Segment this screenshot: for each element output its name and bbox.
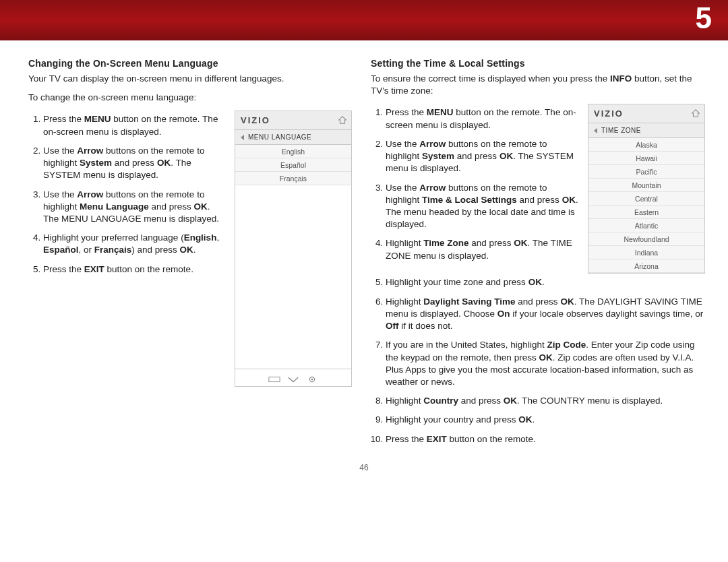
tv-menu-row: Arizona (588, 259, 704, 273)
tv-menu-row: Newfoundland (588, 232, 704, 246)
tv-menu-footer (235, 369, 351, 386)
tv-menu-row: Eastern (588, 206, 704, 219)
list-item: Press the EXIT button on the remote. (43, 263, 225, 276)
left-intro-2: To change the on-screen menu language: (28, 92, 352, 104)
tv-menu-row: Mountain (588, 179, 704, 192)
chevron-down-icon (287, 374, 299, 382)
list-item: Highlight your time zone and press OK. (386, 276, 705, 288)
svg-rect-0 (269, 377, 280, 381)
back-arrow-icon (594, 128, 597, 133)
tv-menu-language: VIZIO MENU LANGUAGE English Español Fran… (235, 111, 352, 387)
list-item: Highlight Daylight Saving Time and press… (386, 296, 705, 333)
list-item: Highlight Country and press OK. The COUN… (386, 395, 705, 407)
list-item: Press the EXIT button on the remote. (386, 433, 705, 445)
left-heading: Changing the On-Screen Menu Language (28, 58, 352, 69)
home-icon (691, 108, 700, 118)
tv-menu-timezone: VIZIO TIME ZONE Alaska Hawaii Pacific Mo… (588, 104, 705, 274)
list-item: Use the Arrow buttons on the remote to h… (43, 145, 225, 182)
right-column: Setting the Time & Local Settings To ens… (371, 58, 705, 452)
list-item: Highlight your preferred language (Engli… (43, 232, 225, 256)
tv-menu-row: Indiana (588, 246, 704, 259)
tv-menu-header: VIZIO (588, 104, 704, 123)
vizio-logo: VIZIO (594, 108, 624, 119)
tv-menu-row: Hawaii (588, 152, 704, 165)
list-item: Press the MENU button on the remote. The… (386, 106, 578, 131)
tv-menu-row: Pacific (588, 165, 704, 179)
tv-menu-subheader: TIME ZONE (588, 123, 704, 138)
tv-menu-row: English (235, 145, 351, 158)
tv-menu-header: VIZIO (235, 111, 351, 130)
tv-menu-row: Español (235, 158, 351, 172)
left-steps: Press the MENU button on the remote. The… (28, 113, 225, 275)
tv-menu-subheader: MENU LANGUAGE (235, 130, 351, 145)
list-item: Use the Arrow buttons on the remote to h… (386, 182, 578, 231)
left-column: Changing the On-Screen Menu Language You… (28, 58, 352, 452)
right-steps-bottom: Highlight your time zone and press OK. H… (371, 276, 705, 445)
list-item: Press the MENU button on the remote. The… (43, 113, 225, 137)
gear-icon (306, 374, 318, 382)
list-item: Use the Arrow buttons on the remote to h… (43, 189, 225, 226)
list-item: Use the Arrow buttons on the remote to h… (386, 138, 578, 175)
chapter-number: 5 (696, 1, 712, 35)
right-heading: Setting the Time & Local Settings (371, 58, 705, 69)
right-steps-top: Press the MENU button on the remote. The… (371, 106, 578, 261)
svg-point-2 (311, 379, 313, 381)
back-arrow-icon (241, 135, 244, 140)
wide-icon (268, 374, 280, 382)
chapter-banner: 5 (0, 0, 728, 40)
page-number: 46 (0, 459, 728, 478)
list-item: Highlight your country and press OK. (386, 414, 705, 426)
left-intro-1: Your TV can display the on-screen menu i… (28, 73, 352, 85)
home-icon (338, 115, 347, 125)
list-item: If you are in the United States, highlig… (386, 339, 705, 388)
list-item: Highlight Time Zone and press OK. The TI… (386, 237, 578, 261)
tv-menu-row: Français (235, 172, 351, 185)
right-intro: To ensure the correct time is displayed … (371, 73, 705, 97)
tv-menu-row: Alaska (588, 138, 704, 152)
tv-menu-row: Atlantic (588, 219, 704, 232)
vizio-logo: VIZIO (241, 115, 270, 125)
page-body: Changing the On-Screen Menu Language You… (0, 40, 728, 459)
tv-menu-row: Central (588, 192, 704, 206)
